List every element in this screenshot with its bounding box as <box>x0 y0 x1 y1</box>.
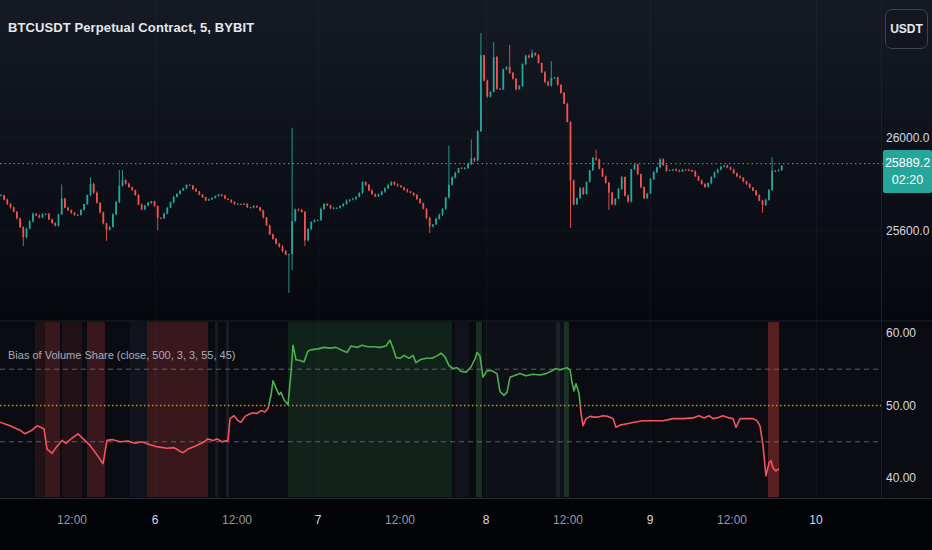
time-axis-label: 12:00 <box>57 513 87 527</box>
indicator-axis-label: 40.00 <box>886 472 916 484</box>
indicator-label[interactable]: Bias of Volume Share (close, 500, 3, 3, … <box>8 349 235 361</box>
candlestick-series <box>0 33 783 293</box>
price-axis[interactable] <box>881 0 932 498</box>
indicator-axis-label: 50.00 <box>886 400 916 412</box>
chart-canvas[interactable] <box>0 0 932 550</box>
time-axis-label: 12:00 <box>222 513 252 527</box>
time-axis-label: 9 <box>647 513 654 527</box>
time-axis-label: 7 <box>315 513 322 527</box>
time-axis-label: 12:00 <box>553 513 583 527</box>
time-axis-label: 12:00 <box>717 513 747 527</box>
indicator-axis-label: 60.00 <box>886 327 916 339</box>
time-axis[interactable]: 12:00612:00712:00812:00912:0010 <box>0 498 932 550</box>
last-price-value: 25889.2 <box>883 156 932 170</box>
time-axis-label: 12:00 <box>385 513 415 527</box>
time-axis-label: 6 <box>152 513 159 527</box>
last-price-badge: 25889.2 02:20 <box>883 150 932 193</box>
bar-countdown: 02:20 <box>883 173 932 187</box>
trading-chart-window: BTCUSDT Perpetual Contract, 5, BYBIT USD… <box>0 0 932 550</box>
time-axis-label: 8 <box>483 513 490 527</box>
price-axis-label: 26000.0 <box>886 132 929 144</box>
time-axis-label: 10 <box>809 513 822 527</box>
symbol-title[interactable]: BTCUSDT Perpetual Contract, 5, BYBIT <box>8 20 254 35</box>
price-axis-label: 25600.0 <box>886 225 929 237</box>
